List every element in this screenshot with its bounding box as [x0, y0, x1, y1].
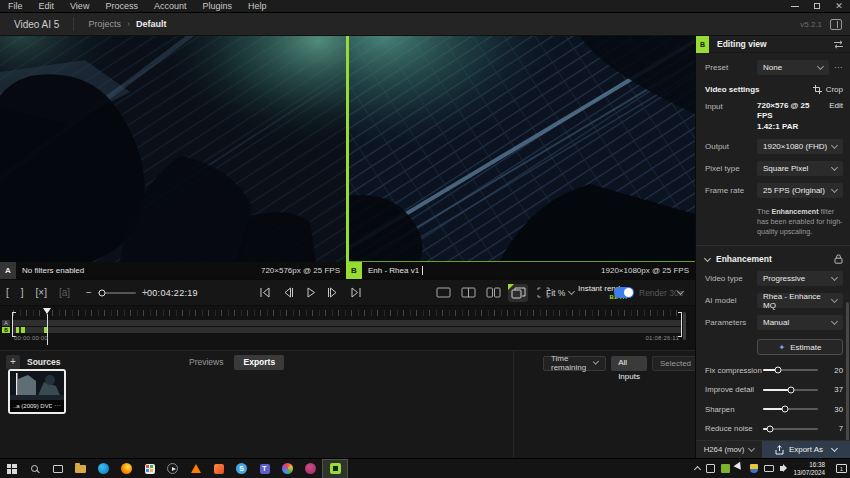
current-timecode[interactable]: 00:04:22:19: [147, 288, 198, 298]
media-app-button[interactable]: [207, 459, 230, 478]
minimize-button[interactable]: [784, 0, 806, 13]
slider-thumb[interactable]: [775, 367, 782, 374]
maximize-button[interactable]: [806, 0, 828, 13]
filter-selected[interactable]: Selected: [652, 356, 699, 371]
crop-button[interactable]: Crop: [813, 85, 843, 94]
video-ai-taskbar-button[interactable]: [322, 459, 348, 478]
timeline-scrollbar[interactable]: [683, 312, 686, 340]
zoom-slider-thumb[interactable]: [98, 289, 105, 296]
filter-all-inputs[interactable]: All Inputs: [611, 356, 647, 371]
slider-track[interactable]: [763, 369, 818, 371]
source-clip-card[interactable]: ..a (2009) DVD.mkv ⋯: [8, 369, 66, 414]
skype-button[interactable]: S: [230, 459, 253, 478]
firefox-button[interactable]: [115, 459, 138, 478]
comparison-view-button[interactable]: [508, 284, 528, 302]
skip-end-button[interactable]: [350, 287, 363, 298]
store-button[interactable]: [138, 459, 161, 478]
network-display-icon[interactable]: [764, 465, 774, 472]
play-button[interactable]: [304, 287, 317, 298]
menu-file[interactable]: File: [0, 0, 31, 13]
preset-dropdown[interactable]: None: [757, 60, 829, 75]
side-by-side-view-button[interactable]: [483, 284, 503, 302]
photo-app-button[interactable]: [276, 459, 299, 478]
slider-track[interactable]: [763, 428, 818, 430]
video-preview-a[interactable]: [0, 36, 346, 262]
taskbar-search[interactable]: [23, 459, 46, 478]
magenta-app-button[interactable]: [299, 459, 322, 478]
sort-dropdown[interactable]: Time remaining: [543, 356, 606, 371]
clip-segment[interactable]: [16, 327, 19, 333]
mark-out-button[interactable]: ]: [21, 287, 24, 298]
slider-thumb[interactable]: [787, 386, 794, 393]
close-button[interactable]: ✕: [828, 0, 850, 13]
cursor-tray-icon[interactable]: [734, 462, 747, 476]
video-type-dropdown[interactable]: Progressive: [757, 271, 843, 286]
fit-zoom-dropdown[interactable]: Fit %: [546, 288, 574, 298]
timeline-ruler[interactable]: [13, 310, 681, 316]
vlc-button[interactable]: [184, 459, 207, 478]
menu-plugins[interactable]: Plugins: [194, 0, 240, 13]
previous-frame-button[interactable]: [281, 287, 294, 298]
input-edit-button[interactable]: Edit: [829, 101, 843, 110]
preset-more-button[interactable]: ⋯: [834, 63, 843, 72]
slider-track[interactable]: [763, 389, 818, 391]
tab-exports[interactable]: Exports: [234, 355, 284, 370]
task-view-button[interactable]: [46, 459, 69, 478]
video-preview-b[interactable]: [349, 36, 695, 262]
add-source-button[interactable]: +: [6, 355, 20, 369]
track-a[interactable]: [13, 320, 681, 326]
view-b-badge[interactable]: B: [346, 262, 362, 279]
media-player-button[interactable]: [161, 459, 184, 478]
skip-start-button[interactable]: [258, 287, 271, 298]
render-30s-button[interactable]: Render 30s: [639, 288, 683, 298]
nvidia-tray-icon[interactable]: [721, 464, 730, 473]
estimate-button[interactable]: ✦ Estimate: [757, 339, 843, 355]
instant-render-toggle[interactable]: [614, 287, 634, 298]
menu-process[interactable]: Process: [97, 0, 146, 13]
view-a-badge[interactable]: A: [0, 262, 16, 279]
clear-marks-button[interactable]: [×]: [36, 287, 47, 298]
menu-account[interactable]: Account: [146, 0, 195, 13]
zoom-slider[interactable]: [98, 292, 136, 294]
transport-more-chevron-icon[interactable]: [677, 287, 684, 294]
next-frame-button[interactable]: [327, 287, 340, 298]
playhead[interactable]: [43, 308, 51, 318]
pixel-type-dropdown[interactable]: Square Pixel: [757, 161, 843, 176]
frame-rate-dropdown[interactable]: 25 FPS (Original): [757, 183, 843, 198]
menu-view[interactable]: View: [62, 0, 97, 13]
timeline[interactable]: A B 00:00:00:00 01:08:26:11: [0, 305, 695, 350]
file-explorer-button[interactable]: [69, 459, 92, 478]
taskbar-clock[interactable]: 16:38 13/07/2024: [790, 461, 828, 476]
export-options-chevron-icon[interactable]: [831, 444, 838, 451]
tray-expand-icon[interactable]: [694, 466, 701, 473]
panel-scrollbar[interactable]: [846, 302, 849, 454]
slider-thumb[interactable]: [767, 425, 774, 432]
panel-layout-icon[interactable]: [830, 19, 842, 30]
export-as-button[interactable]: Export As: [762, 441, 850, 458]
teams-button[interactable]: T: [253, 459, 276, 478]
slider-track[interactable]: [763, 408, 818, 410]
start-button[interactable]: [0, 459, 23, 478]
menu-help[interactable]: Help: [240, 0, 275, 13]
notification-center-icon[interactable]: 1: [836, 464, 847, 473]
auto-marks-button[interactable]: [a]: [59, 287, 70, 298]
output-dropdown[interactable]: 1920×1080 (FHD): [757, 139, 843, 154]
tray-device-icon[interactable]: [706, 464, 715, 473]
container-format-dropdown[interactable]: H264 (mov): [696, 441, 762, 458]
panel-view-badge[interactable]: B: [696, 36, 709, 53]
menu-edit[interactable]: Edit: [31, 0, 63, 13]
single-view-button[interactable]: [433, 284, 453, 302]
mark-in-button[interactable]: [: [6, 287, 9, 298]
view-b-name-input[interactable]: Enh - Rhea v1: [368, 266, 419, 275]
zoom-out-button[interactable]: −: [86, 287, 92, 298]
slider-thumb[interactable]: [782, 406, 789, 413]
tab-previews[interactable]: Previews: [180, 355, 232, 370]
collapse-chevron-icon[interactable]: [704, 255, 711, 262]
split-view-button[interactable]: [458, 284, 478, 302]
ai-model-dropdown[interactable]: Rhea - Enhance MQ: [757, 293, 843, 308]
lock-icon[interactable]: [834, 254, 843, 264]
security-shield-icon[interactable]: [750, 464, 758, 473]
speaker-icon[interactable]: [780, 466, 784, 471]
edge-button[interactable]: [92, 459, 115, 478]
swap-views-icon[interactable]: [833, 40, 844, 49]
